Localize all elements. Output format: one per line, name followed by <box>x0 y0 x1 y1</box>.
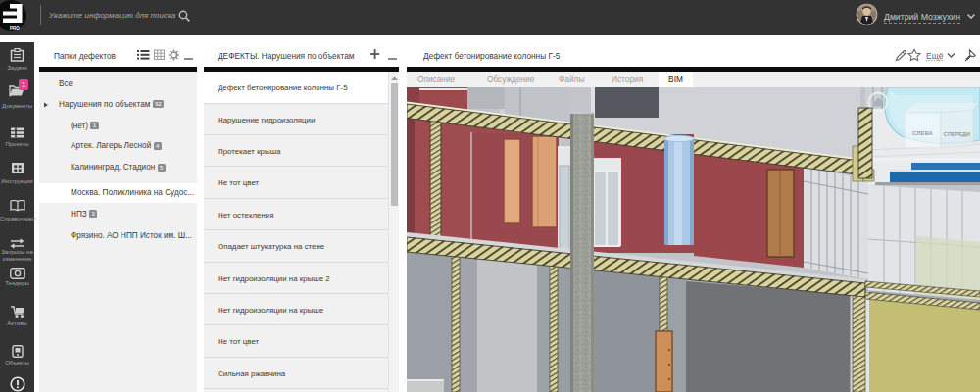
svg-text:СЛЕВА: СЛЕВА <box>912 130 933 136</box>
svg-text:СПЕРЕДИ: СПЕРЕДИ <box>944 131 970 137</box>
svg-text:PRO: PRO <box>10 26 20 31</box>
svg-text:Ещё: Ещё <box>926 51 944 61</box>
